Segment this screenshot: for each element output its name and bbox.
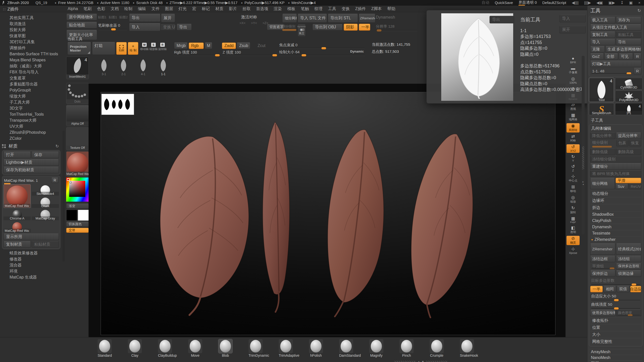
goz-all-button[interactable]: 全部 xyxy=(605,53,618,60)
dynamic-draw-size-toggle[interactable]: Dynamic xyxy=(350,50,364,53)
backface-mask-button[interactable]: 背面遮罩 xyxy=(267,24,284,30)
unwrap-button[interactable]: 展开 xyxy=(161,14,175,22)
sidebar-scrollbar[interactable] xyxy=(62,131,65,261)
canvas-control-button[interactable]: ↺ Z xyxy=(567,164,580,172)
zplugin-section[interactable]: FBX 导出与导入 xyxy=(0,69,62,75)
main-color-swatch[interactable] xyxy=(66,210,77,221)
reuv-button[interactable]: ReUV xyxy=(629,184,641,189)
sdiv-level-slider[interactable] xyxy=(282,28,296,31)
del-higher-button[interactable]: 删除高级 xyxy=(616,149,641,155)
interface-transparency-slider[interactable]: 界面透明 0 xyxy=(518,0,537,5)
minimize-icon[interactable]: ↧ xyxy=(620,1,624,5)
tool-r-button[interactable]: R xyxy=(634,68,641,74)
rotate-axis-button[interactable]: R旋转轴 xyxy=(158,43,167,55)
brush-thumb[interactable]: Standard xyxy=(98,339,112,357)
geometry-subsection[interactable]: 修改拓扑 xyxy=(590,317,641,324)
keep-groups-button[interactable]: 保持多边形组 xyxy=(616,263,641,269)
goz-r-button[interactable]: R xyxy=(634,53,641,60)
zplugin-section[interactable]: Maya Blend Shapes xyxy=(0,57,62,63)
export-uv-button[interactable]: 导出 xyxy=(177,24,192,30)
insert-mesh-tile[interactable]: 4 InsertMesh1 xyxy=(66,57,89,79)
material-section[interactable]: 混合器 xyxy=(0,262,62,268)
divide-button[interactable]: 细分网格 xyxy=(590,178,615,189)
divide-button[interactable]: 细分网格 xyxy=(282,14,297,23)
menu-item[interactable]: 工具 xyxy=(325,6,339,12)
canvas-control-button[interactable]: ◧ 透明 xyxy=(567,225,580,235)
canvas-control-button[interactable]: ⊞ 移动 xyxy=(567,184,580,194)
material-thumb[interactable]: MatCap Gray xyxy=(32,209,59,220)
canvas-control-button[interactable]: ▦ 地网格 xyxy=(567,113,580,122)
material-thumb[interactable]: SkinShade4 xyxy=(32,184,59,196)
zplugin-section[interactable]: 交集遮罩 xyxy=(0,75,62,81)
brush-thumb[interactable]: Clay xyxy=(128,339,142,357)
menu-item[interactable]: 变换 xyxy=(339,6,352,12)
zplugin-section[interactable]: UV大师 xyxy=(0,123,62,129)
save-as-button[interactable]: 另存为 xyxy=(616,17,641,23)
half-shelf-button[interactable]: 一半 xyxy=(359,24,370,31)
del-lower-button[interactable]: 删除低级 xyxy=(590,149,615,155)
zplugin-section[interactable]: ZBrush到Photoshop xyxy=(0,129,62,135)
quicksave-button[interactable]: QuickSave xyxy=(495,1,513,5)
document-area[interactable] xyxy=(101,92,555,335)
menu-item[interactable]: 文件 xyxy=(149,6,162,12)
zplugin-section[interactable]: 投射大师 xyxy=(0,27,62,33)
import-stl-button[interactable]: 导入 STL 文件 xyxy=(298,14,327,23)
smt-toggle[interactable]: 平滑 xyxy=(616,178,641,183)
geometry-subsection[interactable]: 大小 xyxy=(590,331,641,338)
freeze-groups-button[interactable]: 冻结组 xyxy=(616,256,641,262)
adaptive-size-slider[interactable]: 自适应大小 50 xyxy=(590,293,641,301)
goz-button[interactable]: GoZ xyxy=(590,53,604,60)
alpha-tile[interactable]: Alpha Off xyxy=(66,105,89,126)
menu-item[interactable]: 编辑 xyxy=(135,6,149,12)
mrgb-button[interactable]: Mrgb xyxy=(174,42,188,49)
geometry-subsection[interactable]: 位置 xyxy=(590,324,641,331)
canvas-control-button[interactable]: ⊹ Xpose xyxy=(567,246,580,255)
close-icon[interactable]: × xyxy=(638,1,640,5)
geometry-subsection[interactable]: 折边 xyxy=(590,204,641,211)
legacy-mode-button[interactable]: 经典模式(2018) xyxy=(616,243,641,255)
brush-modifier-slider[interactable] xyxy=(98,29,127,30)
menu-item[interactable]: 渲染 xyxy=(271,6,285,12)
reconstruct-button[interactable]: 重建细分 xyxy=(590,163,641,170)
zplugin-section[interactable]: 抽取（减面）大师 xyxy=(0,63,62,69)
canvas-control-button[interactable]: ▱ 透视 xyxy=(567,102,580,111)
dock-right-icon[interactable]: ||||▶ xyxy=(584,1,591,5)
tool-variant-thumb[interactable]: 1-1 xyxy=(157,57,170,76)
zplugin-section[interactable]: 3D打印工具集 xyxy=(0,39,62,45)
sdiv-level-slider[interactable]: 细分级别 xyxy=(590,140,616,148)
material-thumb[interactable]: MatCap Red Wa: xyxy=(4,221,31,233)
target-poly-slider[interactable]: 目标多边形数 xyxy=(590,278,641,286)
zremesher-section[interactable]: ZRemesher xyxy=(590,236,641,243)
copy-material-button[interactable]: 复制材质 xyxy=(4,241,31,248)
canvas-control-button[interactable]: ▦ Dynamic xyxy=(567,93,580,101)
keep-creases-button[interactable]: 保持折边 xyxy=(590,270,615,277)
tool-section[interactable]: NanoMesh xyxy=(589,355,642,360)
menu-item[interactable]: 模板 xyxy=(285,6,298,12)
menu-item[interactable]: 首选项 xyxy=(253,6,271,12)
same-button[interactable]: 相同 xyxy=(603,286,616,292)
axis-toggle[interactable]: >X< xyxy=(239,21,246,25)
gradient-button[interactable]: 渐变 xyxy=(66,204,89,209)
menu-item[interactable]: 材质 xyxy=(213,6,226,12)
geometry-subsection[interactable]: ClayPolish xyxy=(590,217,641,224)
secondary-color-swatch[interactable] xyxy=(78,210,89,221)
menu-item[interactable]: Z插件 xyxy=(352,6,369,12)
tool-variant-thumb[interactable]: 3-1 xyxy=(97,57,110,76)
rgb-intensity-slider[interactable] xyxy=(174,55,219,56)
show-used-button[interactable]: 显示所用 xyxy=(4,234,59,240)
menu-item[interactable]: 纹理 xyxy=(312,6,325,12)
scrollbar-thumb[interactable] xyxy=(582,146,584,169)
texture-tile[interactable]: Texture Off xyxy=(66,127,89,150)
zplugin-section[interactable]: 子工具大师 xyxy=(0,99,62,105)
auto-button[interactable]: 自动 xyxy=(482,0,489,5)
rgb-button[interactable]: Rgb xyxy=(189,42,204,49)
menu-item[interactable]: 文档 xyxy=(108,6,122,12)
canvas-control-button[interactable]: ⇄ 对称 xyxy=(567,134,580,143)
material-thumb[interactable]: Chalk xyxy=(32,197,59,208)
brush-thumb[interactable]: Crumple xyxy=(430,339,444,357)
canvas-control-button[interactable]: ◉ 局部转 xyxy=(567,123,580,132)
switch-color-button[interactable]: 切换颜色 xyxy=(66,222,89,227)
map-slot[interactable]: 贴图1 xyxy=(109,15,117,20)
tool-variant-thumb[interactable]: 2-1 xyxy=(117,57,130,76)
menu-item[interactable]: 宏 xyxy=(189,6,199,12)
